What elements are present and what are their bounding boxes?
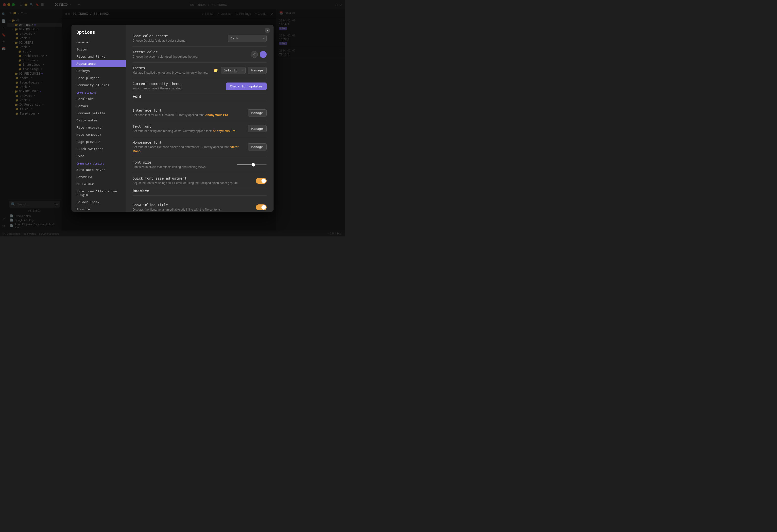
community-themes-desc: You currently have 2 themes installed. xyxy=(133,87,222,91)
quick-font-size-desc: Adjust the font size using Ctrl + Scroll… xyxy=(133,181,252,185)
settings-row-quick-font-size: Quick font size adjustment Adjust the fo… xyxy=(133,173,267,189)
settings-nav-command-palette[interactable]: Command palette xyxy=(72,110,126,117)
settings-community-section: Community plugins xyxy=(72,160,126,166)
quick-font-size-toggle[interactable] xyxy=(256,178,267,184)
settings-row-community-themes: Current community themes You currently h… xyxy=(133,78,267,94)
themes-select[interactable]: Default xyxy=(221,67,246,74)
themes-label: Themes xyxy=(133,66,208,70)
themes-folder-button[interactable]: 📁 xyxy=(212,67,219,74)
interface-font-label: Interface font xyxy=(133,108,244,112)
quick-font-size-label: Quick font size adjustment xyxy=(133,176,252,180)
settings-modal: × Options General Editor Files and links… xyxy=(72,25,273,212)
font-size-slider[interactable] xyxy=(237,164,267,165)
settings-row-themes: Themes Manage installed themes and brows… xyxy=(133,62,267,79)
settings-nav-auto-note-mover[interactable]: Auto Note Mover xyxy=(72,166,126,173)
settings-nav-file-recovery[interactable]: File recovery xyxy=(72,124,126,131)
color-scheme-select-wrapper[interactable]: Dark Light Adapt to system xyxy=(228,35,267,42)
settings-nav-folder-index[interactable]: Folder Index xyxy=(72,198,126,206)
settings-nav-db-folder[interactable]: DB Folder xyxy=(72,180,126,188)
settings-row-inline-title: Show inline title Displays the filename … xyxy=(133,200,267,212)
settings-nav-backlinks[interactable]: Backlinks xyxy=(72,95,126,103)
settings-nav-canvas[interactable]: Canvas xyxy=(72,103,126,110)
settings-title: Options xyxy=(72,29,126,39)
accent-color-label: Accent color xyxy=(133,50,247,54)
settings-row-font-size: Font size Font size in pixels that affec… xyxy=(133,157,267,173)
settings-row-text-font: Text font Set font for editing and readi… xyxy=(133,121,267,137)
settings-row-accent-color: Accent color Choose the accent color use… xyxy=(133,46,267,62)
settings-nav-note-composer[interactable]: Note composer xyxy=(72,131,126,138)
themes-manage-button[interactable]: Manage xyxy=(248,67,267,74)
text-font-manage-button[interactable]: Manage xyxy=(248,125,267,132)
text-font-desc: Set font for editing and reading views. … xyxy=(133,129,244,133)
settings-nav-appearance[interactable]: Appearance xyxy=(72,60,126,67)
settings-nav-hotkeys[interactable]: Hotkeys xyxy=(72,67,126,75)
settings-row-interface-font: Interface font Set base font for all of … xyxy=(133,105,267,121)
settings-nav-editor[interactable]: Editor xyxy=(72,46,126,53)
settings-row-color-scheme: Base color scheme Choose Obsidian's defa… xyxy=(133,30,267,46)
color-scheme-select[interactable]: Dark Light Adapt to system xyxy=(228,35,267,42)
settings-row-monospace-font: Monospace font Set font for places like … xyxy=(133,137,267,157)
themes-select-wrapper[interactable]: Default xyxy=(221,67,246,74)
accent-color-desc: Choose the accent color used throughout … xyxy=(133,55,247,59)
modal-overlay: × Options General Editor Files and links… xyxy=(0,0,345,237)
settings-nav-community-plugins[interactable]: Community plugins xyxy=(72,82,126,89)
settings-nav-page-preview[interactable]: Page preview xyxy=(72,138,126,145)
settings-nav-general[interactable]: General xyxy=(72,39,126,46)
settings-nav-files-links[interactable]: Files and links xyxy=(72,53,126,60)
modal-close-button[interactable]: × xyxy=(265,28,270,33)
community-themes-label: Current community themes xyxy=(133,82,222,86)
settings-nav-iconize[interactable]: Iconize xyxy=(72,206,126,212)
inline-title-label: Show inline title xyxy=(133,203,252,207)
font-section-title: Font xyxy=(133,94,267,101)
monospace-font-desc: Set font for places like code blocks and… xyxy=(133,145,244,153)
accent-reset-button[interactable]: ↺ xyxy=(251,51,258,58)
settings-nav-core-plugins[interactable]: Core plugins xyxy=(72,75,126,82)
settings-nav-dataview[interactable]: Dataview xyxy=(72,173,126,180)
text-font-label: Text font xyxy=(133,124,244,128)
check-updates-button[interactable]: Check for updates xyxy=(226,83,267,90)
settings-content: Base color scheme Choose Obsidian's defa… xyxy=(126,25,273,212)
settings-nav-quick-switcher[interactable]: Quick switcher xyxy=(72,145,126,152)
color-scheme-desc: Choose Obsidian's default color scheme. xyxy=(133,39,224,43)
monospace-font-manage-button[interactable]: Manage xyxy=(248,143,267,150)
settings-core-section: Core plugins xyxy=(72,89,126,95)
settings-nav-daily-notes[interactable]: Daily notes xyxy=(72,117,126,124)
interface-section-title: Interface xyxy=(133,189,267,195)
settings-nav: Options General Editor Files and links A… xyxy=(72,25,126,212)
color-scheme-label: Base color scheme xyxy=(133,34,224,38)
inline-title-toggle[interactable] xyxy=(256,205,267,210)
interface-font-manage-button[interactable]: Manage xyxy=(248,109,267,117)
settings-nav-sync[interactable]: Sync xyxy=(72,152,126,160)
settings-nav-file-tree-alt[interactable]: File Tree Alternative Plugin xyxy=(72,188,126,198)
interface-font-desc: Set base font for all of Obsidian. Curre… xyxy=(133,113,244,117)
monospace-font-label: Monospace font xyxy=(133,140,244,144)
themes-desc: Manage installed themes and browse commu… xyxy=(133,71,208,75)
font-size-desc: Font size in pixels that affects editing… xyxy=(133,165,233,169)
inline-title-desc: Displays the filename as an editable tit… xyxy=(133,208,252,212)
accent-color-picker[interactable] xyxy=(260,51,267,58)
font-size-label: Font size xyxy=(133,160,233,164)
